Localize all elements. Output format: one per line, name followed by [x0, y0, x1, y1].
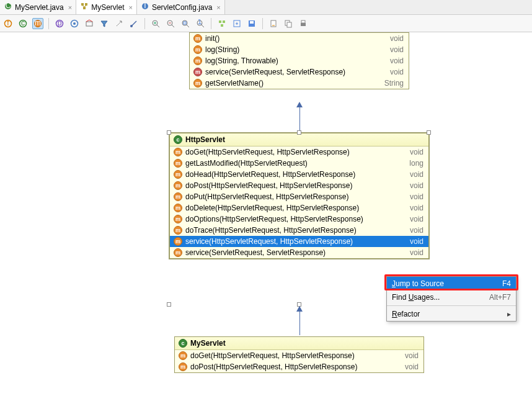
uml-method-row[interactable]: mdoDelete(HttpServletRequest, HttpServle… [170, 202, 428, 214]
uml-method-row[interactable]: mgetLastModified(HttpServletRequest)long [170, 158, 428, 169]
uml-method-row[interactable]: minit()void [190, 33, 409, 44]
editor-tab[interactable]: MyServlet× [76, 0, 137, 14]
svg-text:C: C [6, 2, 11, 10]
inheritance-arrow-icon [296, 306, 303, 312]
uml-method-row[interactable]: mdoPost(HttpServletRequest, HttpServletR… [170, 180, 428, 191]
method-return-type: void [410, 237, 425, 246]
editor-tabs: CMyServlet.java×MyServlet×IServletConfig… [0, 0, 532, 15]
class-file-icon: C [4, 2, 12, 12]
method-icon: m [174, 181, 182, 190]
svg-text:m: m [35, 19, 41, 27]
tb-zoom-out-icon[interactable] [165, 18, 176, 29]
tb-apply-layout-icon[interactable] [231, 18, 242, 29]
menu-separator [387, 305, 516, 306]
tb-filter-icon[interactable] [99, 18, 110, 29]
uml-method-row[interactable]: mdoGet(HttpServletRequest, HttpServletRe… [175, 350, 423, 361]
method-signature: doPost(HttpServletRequest, HttpServletRe… [190, 362, 402, 371]
svg-point-18 [130, 25, 133, 27]
method-signature: doTrace(HttpServletRequest, HttpServletR… [185, 226, 407, 235]
editor-tab[interactable]: IServletConfig.java× [137, 0, 225, 14]
method-signature: log(String, Throwable) [205, 56, 387, 65]
tb-layout-icon[interactable] [216, 18, 228, 29]
method-icon: m [174, 159, 182, 168]
tab-label: MyServlet [91, 3, 124, 12]
resize-handle[interactable] [297, 130, 301, 135]
close-icon[interactable]: × [128, 4, 132, 11]
method-signature: getServletName() [205, 79, 381, 88]
tb-inner-icon[interactable] [69, 18, 80, 29]
method-icon: m [174, 170, 182, 179]
method-return-type: void [390, 56, 405, 65]
tab-label: MyServlet.java [15, 3, 64, 12]
uml-method-row[interactable]: mdoPut(HttpServletRequest, HttpServletRe… [170, 191, 428, 202]
uml-class-myservlet[interactable]: c MyServlet mdoGet(HttpServletRequest, H… [174, 336, 424, 373]
svg-rect-26 [223, 20, 225, 23]
method-signature: doPut(HttpServletRequest, HttpServletRes… [185, 192, 407, 201]
menu-item-shortcut: F4 [502, 279, 511, 288]
svg-point-21 [182, 20, 187, 25]
context-menu-item[interactable]: Find Usages...Alt+F7 [387, 290, 516, 304]
uml-method-row[interactable]: mdoPost(HttpServletRequest, HttpServletR… [175, 361, 423, 372]
method-icon: m [193, 79, 202, 88]
svg-rect-4 [83, 7, 86, 9]
uml-method-row[interactable]: mservice(ServletRequest, ServletResponse… [170, 247, 428, 258]
method-return-type: void [405, 362, 420, 371]
tb-method-icon[interactable]: m [32, 18, 43, 29]
method-signature: doOptions(HttpServletRequest, HttpServle… [185, 215, 407, 223]
svg-text:c: c [21, 19, 25, 27]
context-menu-item[interactable]: Jump to SourceF4 [387, 277, 516, 290]
uml-class-title: c MyServlet [175, 337, 423, 350]
tb-zoom-actual-icon[interactable]: 1 [195, 18, 206, 29]
uml-canvas[interactable]: minit()voidmlog(String)voidmlog(String, … [0, 32, 532, 396]
tb-property-icon[interactable]: p [54, 18, 65, 29]
uml-method-row[interactable]: mlog(String)void [190, 44, 409, 55]
uml-method-row[interactable]: mgetServletName()String [190, 78, 409, 89]
uml-method-row[interactable]: mdoOptions(HttpServletRequest, HttpServl… [170, 214, 428, 225]
method-return-type: String [384, 79, 405, 88]
method-return-type: void [390, 34, 405, 43]
method-icon: m [174, 204, 182, 212]
tb-zoom-fit-icon[interactable] [180, 18, 191, 29]
method-signature: doGet(HttpServletRequest, HttpServletRes… [185, 148, 407, 156]
submenu-arrow-icon: ▸ [507, 310, 511, 318]
tb-print-icon[interactable] [298, 18, 309, 29]
tb-visibility-icon[interactable] [84, 18, 95, 29]
resize-handle[interactable] [167, 302, 171, 307]
resize-handle[interactable] [167, 130, 171, 135]
uml-method-row[interactable]: mdoGet(HttpServletRequest, HttpServletRe… [170, 146, 428, 158]
uml-method-row[interactable]: mlog(String, Throwable)void [190, 55, 409, 66]
method-icon: m [174, 248, 182, 257]
method-signature: service(ServletRequest, ServletResponse) [205, 68, 387, 76]
context-menu-item[interactable]: Refactor▸ [387, 307, 516, 321]
class-icon: c [174, 135, 182, 144]
tb-copy-icon[interactable] [283, 18, 294, 29]
tb-edge-icon[interactable] [128, 18, 140, 29]
svg-rect-22 [184, 22, 186, 24]
inheritance-edge [299, 107, 300, 132]
tab-label: ServletConfig.java [152, 3, 212, 12]
method-return-type: long [409, 159, 425, 168]
method-icon: m [193, 56, 202, 65]
editor-tab[interactable]: CMyServlet.java× [0, 0, 76, 14]
tb-save-icon[interactable] [246, 18, 257, 29]
tb-zoom-in-icon[interactable] [150, 18, 161, 29]
method-signature: doDelete(HttpServletRequest, HttpServlet… [185, 204, 407, 212]
close-icon[interactable]: × [68, 4, 72, 11]
resize-handle[interactable] [427, 130, 431, 135]
tb-field-icon[interactable]: f [2, 18, 14, 29]
uml-method-row[interactable]: mdoHead(HttpServletRequest, HttpServletR… [170, 169, 428, 180]
method-icon: m [174, 192, 182, 201]
uml-class-httpservlet[interactable]: c HttpServlet mdoGet(HttpServletRequest,… [169, 133, 429, 259]
tb-dependency-icon[interactable] [113, 18, 125, 29]
tb-export-icon[interactable] [268, 18, 279, 29]
method-icon: m [174, 215, 182, 223]
svg-text:p: p [58, 19, 62, 27]
uml-method-row[interactable]: mservice(HttpServletRequest, HttpServlet… [170, 236, 428, 247]
svg-rect-30 [250, 21, 254, 24]
tb-constructor-icon[interactable]: c [17, 18, 29, 29]
uml-class-genericservlet[interactable]: minit()voidmlog(String)voidmlog(String, … [189, 32, 409, 89]
close-icon[interactable]: × [216, 4, 220, 11]
uml-method-row[interactable]: mservice(ServletRequest, ServletResponse… [190, 66, 409, 78]
uml-method-row[interactable]: mdoTrace(HttpServletRequest, HttpServlet… [170, 225, 428, 236]
uml-toolbar: f c m p 1 [0, 15, 532, 32]
